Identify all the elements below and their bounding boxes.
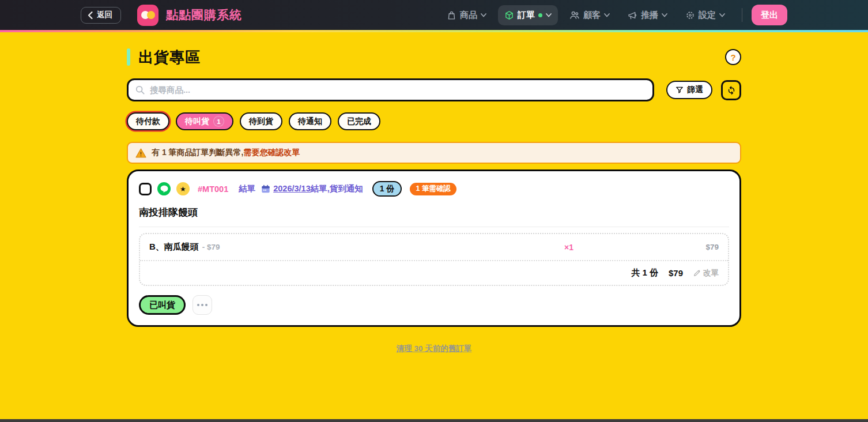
order-items-box: B、南瓜饅頭 - $79 ×1 $79 共 1 份 $79 改單 bbox=[139, 233, 729, 286]
funnel-icon bbox=[675, 86, 684, 94]
summary-total-qty: 共 1 份 bbox=[631, 267, 658, 278]
close-rest: 結單,貨到通知 bbox=[311, 184, 363, 193]
chevron-down-icon bbox=[719, 13, 725, 17]
nav-item-orders[interactable]: 訂單 bbox=[498, 5, 558, 25]
warning-icon bbox=[135, 148, 146, 158]
title-accent-bar bbox=[127, 48, 130, 66]
filter-button[interactable]: 篩選 bbox=[666, 81, 712, 99]
tab-completed[interactable]: 已完成 bbox=[338, 112, 380, 130]
order-item-row: B、南瓜饅頭 - $79 ×1 $79 bbox=[140, 234, 728, 260]
tab-to-notify[interactable]: 待通知 bbox=[289, 112, 331, 130]
more-options-button[interactable] bbox=[193, 295, 212, 315]
alert-highlight: 需要您確認改單 bbox=[243, 148, 300, 157]
back-label: 返回 bbox=[97, 10, 112, 20]
tab-awaiting-arrival[interactable]: 待到貨 bbox=[240, 112, 282, 130]
back-button[interactable]: 返回 bbox=[81, 7, 121, 24]
tab-label: 待到貨 bbox=[249, 116, 273, 127]
nav-item-customers[interactable]: 顧客 bbox=[563, 5, 616, 25]
order-qty-badge: 1 份 bbox=[372, 181, 402, 197]
nav-label-customers: 顧客 bbox=[583, 10, 601, 21]
item-name: B、南瓜饅頭 bbox=[149, 242, 199, 253]
tab-count-badge: 1 bbox=[213, 116, 224, 127]
tab-label: 已完成 bbox=[347, 116, 371, 127]
shipping-area-page: 出貨專區 ? 篩選 待付款 待叫貨 1 待到貨 待通知 已完成 bbox=[127, 47, 741, 354]
cube-icon bbox=[504, 10, 514, 20]
anomaly-alert-banner: 有 1 筆商品訂單判斷異常,需要您確認改單 bbox=[127, 142, 741, 164]
filter-label: 篩選 bbox=[687, 85, 703, 95]
alert-text: 有 1 筆商品訂單判斷異常,需要您確認改單 bbox=[152, 148, 300, 158]
logout-button[interactable]: 登出 bbox=[752, 5, 787, 25]
calendar-icon bbox=[261, 184, 270, 193]
chevron-down-icon bbox=[604, 13, 610, 17]
order-card: ★ #MT001 結單 2026/3/13結單,貨到通知 1 份 1 筆需確認 … bbox=[127, 169, 741, 327]
chevron-down-icon bbox=[662, 13, 667, 17]
megaphone-icon bbox=[628, 10, 637, 20]
nav-item-broadcast[interactable]: 推播 bbox=[621, 5, 674, 25]
order-close-label: 結單 bbox=[239, 183, 255, 194]
search-box bbox=[127, 78, 654, 101]
bottom-edge-strip bbox=[0, 419, 868, 422]
search-icon bbox=[135, 85, 145, 95]
tab-label: 待付款 bbox=[136, 116, 160, 127]
nav-item-settings[interactable]: 設定 bbox=[679, 5, 731, 25]
nav-label-orders: 訂單 bbox=[518, 10, 535, 21]
refresh-button[interactable] bbox=[721, 80, 741, 100]
nav-divider bbox=[742, 8, 742, 22]
cleanup-old-orders-link[interactable]: 清理 30 天前的舊訂單 bbox=[397, 344, 472, 353]
nav-label-products: 商品 bbox=[460, 10, 477, 21]
chevron-down-icon bbox=[481, 13, 486, 17]
help-button[interactable]: ? bbox=[725, 49, 741, 65]
needs-confirm-badge: 1 筆需確認 bbox=[410, 183, 456, 195]
tab-label: 待叫貨 bbox=[185, 116, 209, 127]
page-title: 出貨專區 bbox=[138, 47, 201, 67]
search-input[interactable] bbox=[150, 85, 646, 95]
nav-item-products[interactable]: 商品 bbox=[440, 5, 493, 25]
bag-icon bbox=[447, 10, 456, 20]
people-icon bbox=[569, 10, 580, 20]
order-summary-row: 共 1 份 $79 改單 bbox=[140, 261, 728, 285]
logo-dot-yellow bbox=[147, 11, 155, 19]
brand-logo-icon[interactable] bbox=[137, 5, 158, 26]
order-id: #MT001 bbox=[198, 184, 228, 194]
order-close-info: 2026/3/13結單,貨到通知 bbox=[261, 183, 363, 194]
status-tabs: 待付款 待叫貨 1 待到貨 待通知 已完成 bbox=[127, 112, 741, 130]
card-divider bbox=[139, 227, 729, 227]
nav-label-broadcast: 推播 bbox=[641, 10, 658, 21]
line-channel-icon bbox=[157, 182, 171, 195]
close-date: 2026/3/13 bbox=[273, 184, 311, 193]
orders-status-dot bbox=[538, 13, 542, 17]
nav-label-settings: 設定 bbox=[699, 10, 716, 21]
tab-to-order[interactable]: 待叫貨 1 bbox=[176, 112, 233, 130]
chevron-left-icon bbox=[88, 12, 93, 19]
tab-label: 待通知 bbox=[298, 116, 322, 127]
item-quantity: ×1 bbox=[552, 243, 586, 252]
product-name: 南投排隊饅頭 bbox=[139, 206, 729, 219]
star-badge-icon: ★ bbox=[176, 182, 190, 195]
item-unit-price: - $79 bbox=[202, 243, 220, 251]
gear-icon bbox=[685, 10, 695, 20]
ordered-button[interactable]: 已叫貨 bbox=[139, 295, 186, 315]
more-options-icon bbox=[197, 304, 199, 306]
summary-total-amount: $79 bbox=[669, 268, 683, 278]
item-amount: $79 bbox=[586, 243, 719, 251]
chevron-down-icon bbox=[546, 13, 552, 17]
pencil-icon bbox=[693, 269, 701, 277]
top-navbar: 返回 點點團購系統 商品 訂單 顧客 推播 bbox=[0, 0, 868, 32]
brand-title: 點點團購系統 bbox=[166, 7, 242, 23]
tab-pending-payment[interactable]: 待付款 bbox=[127, 112, 169, 130]
refresh-icon bbox=[726, 85, 737, 95]
order-checkbox[interactable] bbox=[139, 183, 152, 195]
edit-order-link[interactable]: 改單 bbox=[693, 268, 719, 278]
